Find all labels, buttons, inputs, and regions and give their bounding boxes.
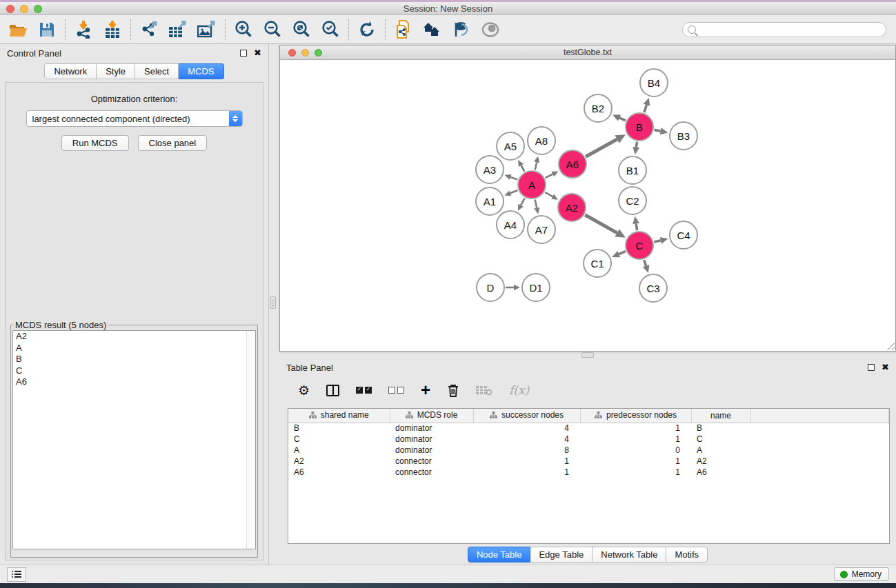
result-scrollbar[interactable]	[246, 331, 255, 549]
network-canvas[interactable]: B4B2BB3A8A5A6A3B1AA1C2A2A4A7C4CC1DD1C3	[280, 60, 895, 351]
result-item[interactable]: C	[13, 365, 255, 377]
network-minimize-button[interactable]	[301, 49, 309, 57]
close-panel-button[interactable]: Close panel	[138, 135, 208, 151]
graph-node-D[interactable]: D	[476, 273, 505, 302]
column-header-shared-name[interactable]: shared name	[288, 409, 390, 423]
export-table-icon[interactable]	[168, 20, 188, 39]
close-panel-icon[interactable]: ✖	[254, 50, 261, 57]
import-network-icon[interactable]	[74, 20, 93, 39]
zoom-fit-icon[interactable]	[292, 20, 311, 39]
graph-node-D1[interactable]: D1	[521, 273, 550, 302]
result-item[interactable]: B	[13, 354, 255, 365]
result-item[interactable]: A	[13, 343, 255, 354]
tab-style[interactable]: Style	[97, 63, 135, 79]
save-icon[interactable]	[37, 20, 57, 39]
function-builder-icon[interactable]: f(x)	[509, 382, 529, 398]
horizontal-divider[interactable]	[279, 352, 896, 358]
clone-network-icon[interactable]	[394, 20, 413, 39]
search-input[interactable]	[699, 25, 886, 34]
network-zoom-button[interactable]	[315, 49, 322, 57]
zoom-selected-icon[interactable]	[321, 20, 340, 39]
graph-node-A5[interactable]: A5	[496, 132, 525, 161]
table-row[interactable]: A6connector11A6	[288, 467, 889, 478]
search-box[interactable]	[682, 22, 886, 37]
control-panel-header: Control Panel ✖	[0, 44, 268, 62]
graph-node-C3[interactable]: C3	[639, 274, 668, 303]
column-header-name[interactable]: name	[691, 409, 750, 423]
task-history-button[interactable]	[7, 567, 26, 582]
graph-node-A7[interactable]: A7	[527, 215, 556, 244]
zoom-in-icon[interactable]	[234, 20, 253, 39]
graph-node-C2[interactable]: C2	[618, 186, 647, 215]
control-panel-tabs: NetworkStyleSelectMCDS	[0, 63, 268, 79]
open-folder-icon[interactable]	[8, 20, 28, 39]
window-controls	[6, 5, 42, 13]
graph-node-A6[interactable]: A6	[558, 150, 587, 179]
result-item[interactable]: A6	[13, 376, 255, 388]
column-selector-icon[interactable]	[326, 382, 339, 398]
table-row[interactable]: Adominator80A	[288, 445, 889, 456]
table-row[interactable]: Cdominator41C	[288, 434, 889, 445]
float-panel-icon[interactable]	[240, 50, 247, 57]
select-all-rows-icon[interactable]	[356, 382, 372, 398]
tab-select[interactable]: Select	[135, 63, 179, 79]
delete-table-icon[interactable]	[476, 382, 492, 398]
graph-node-B2[interactable]: B2	[584, 94, 613, 123]
network-window-titlebar[interactable]: testGlobe.txt	[280, 45, 895, 60]
status-bar: Memory	[0, 565, 896, 583]
graph-node-C[interactable]: C	[625, 231, 654, 260]
graph-node-B3[interactable]: B3	[669, 121, 698, 150]
zoom-window-button[interactable]	[34, 5, 42, 13]
minimize-window-button[interactable]	[20, 5, 28, 13]
tab-motifs[interactable]: Motifs	[666, 547, 708, 562]
add-column-icon[interactable]: +	[421, 382, 430, 398]
criterion-dropdown[interactable]: largest connected component (directed)	[26, 110, 243, 127]
column-header-MCDS-role[interactable]: MCDS role	[390, 409, 473, 423]
home-views-icon[interactable]	[423, 20, 442, 39]
tab-network-table[interactable]: Network Table	[593, 547, 666, 562]
table-options-gear-icon[interactable]: ⚙	[298, 382, 310, 398]
memory-button[interactable]: Memory	[834, 567, 889, 581]
table-row[interactable]: Bdominator41B	[288, 423, 889, 434]
graph-node-C1[interactable]: C1	[583, 249, 612, 278]
column-header-successor-nodes[interactable]: successor nodes	[473, 409, 580, 423]
graph-node-A[interactable]: A	[517, 170, 546, 199]
graph-node-B[interactable]: B	[625, 112, 654, 141]
graph-node-A8[interactable]: A8	[527, 126, 556, 155]
table-row[interactable]: A2connector11A2	[288, 456, 889, 467]
tab-mcds[interactable]: MCDS	[179, 63, 223, 79]
graph-node-C4[interactable]: C4	[669, 221, 698, 250]
refresh-icon[interactable]	[357, 20, 377, 39]
graph-node-A4[interactable]: A4	[496, 210, 525, 239]
optimization-label: Optimization criterion:	[10, 94, 258, 104]
table-tabs: Node TableEdge TableNetwork TableMotifs	[279, 544, 896, 565]
run-mcds-button[interactable]: Run MCDS	[61, 135, 129, 151]
network-window-controls	[288, 49, 322, 57]
export-network-icon[interactable]	[139, 20, 159, 39]
delete-column-icon[interactable]	[447, 382, 459, 398]
graph-node-B1[interactable]: B1	[618, 156, 647, 185]
close-table-panel-icon[interactable]: ✖	[882, 364, 889, 371]
graph-node-A3[interactable]: A3	[475, 155, 504, 184]
column-header-predecessor-nodes[interactable]: predecessor nodes	[580, 409, 691, 423]
tab-edge-table[interactable]: Edge Table	[530, 547, 593, 562]
graph-node-A2[interactable]: A2	[557, 193, 586, 222]
import-table-icon[interactable]	[103, 20, 122, 39]
export-image-icon[interactable]	[197, 20, 217, 39]
show-hide-graphics-icon[interactable]	[452, 20, 471, 39]
tab-network[interactable]: Network	[44, 63, 97, 79]
horizontal-divider-grip[interactable]	[581, 352, 594, 358]
zoom-out-icon[interactable]	[263, 20, 282, 39]
node-table[interactable]: shared nameMCDS rolesuccessor nodesprede…	[288, 408, 890, 544]
network-close-button[interactable]	[288, 49, 296, 57]
result-item[interactable]: A2	[13, 331, 255, 343]
split-divider-grip[interactable]	[270, 296, 276, 309]
deselect-all-rows-icon[interactable]	[388, 382, 404, 398]
mcds-result-list[interactable]: A2ABCA6	[12, 330, 256, 549]
graph-node-A1[interactable]: A1	[475, 187, 504, 216]
close-window-button[interactable]	[6, 5, 14, 13]
birdseye-icon[interactable]	[481, 20, 500, 39]
graph-node-B4[interactable]: B4	[639, 68, 668, 97]
float-table-panel-icon[interactable]	[868, 364, 875, 371]
tab-node-table[interactable]: Node Table	[468, 547, 531, 562]
